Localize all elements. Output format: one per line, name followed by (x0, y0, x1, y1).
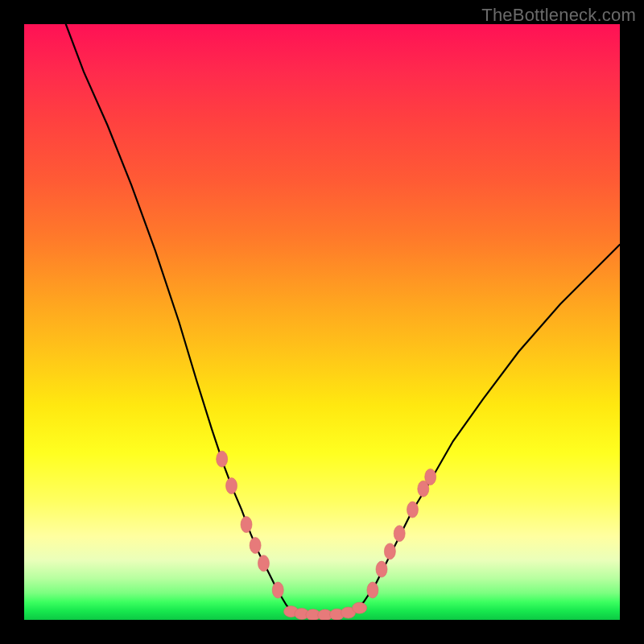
bottleneck-curve (66, 24, 620, 615)
marker-right-3 (394, 526, 405, 542)
marker-left-3 (250, 538, 261, 554)
chart-svg (24, 24, 620, 620)
marker-left-0 (217, 451, 228, 467)
marker-right-6 (425, 469, 436, 485)
curve-markers (217, 451, 436, 620)
marker-left-4 (258, 555, 269, 572)
marker-left-2 (241, 517, 252, 533)
marker-right-4 (407, 502, 418, 518)
chart-frame: TheBottleneck.com (0, 0, 644, 644)
plot-area (24, 24, 620, 620)
marker-right-2 (384, 543, 395, 559)
marker-left-1 (226, 478, 237, 494)
curve-path (66, 24, 620, 615)
marker-right-0 (367, 582, 378, 598)
marker-bottom-6 (353, 602, 367, 613)
marker-right-1 (376, 561, 387, 577)
marker-left-5 (272, 582, 283, 598)
watermark-text: TheBottleneck.com (481, 5, 636, 26)
